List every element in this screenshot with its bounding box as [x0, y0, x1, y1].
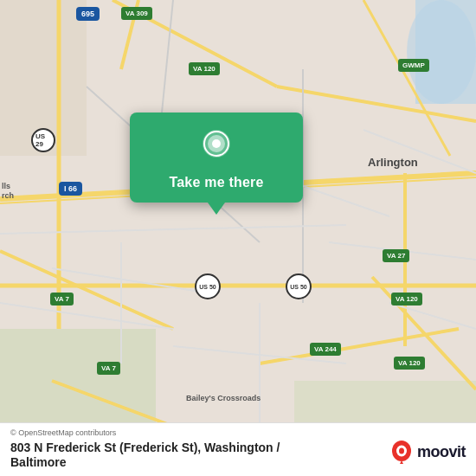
- badge-us50-right: US 50: [286, 273, 312, 299]
- location-pin-icon: [197, 128, 235, 166]
- copyright-text: © OpenStreetMap contributors: [10, 428, 466, 437]
- label-arlington: Arlington: [368, 156, 418, 169]
- svg-line-21: [0, 225, 346, 234]
- svg-line-30: [389, 303, 476, 329]
- badge-i66: I 66: [59, 182, 82, 196]
- badge-va244: VA 244: [310, 343, 341, 356]
- badge-va27: VA 27: [383, 249, 409, 262]
- badge-va120-top: VA 120: [189, 62, 220, 75]
- moovit-brand-text: moovit: [417, 443, 466, 461]
- badge-va7-left: VA 7: [50, 293, 74, 306]
- svg-point-37: [399, 448, 404, 454]
- moovit-icon: [389, 440, 414, 464]
- svg-line-15: [372, 277, 476, 389]
- badge-us29: US 29: [31, 128, 55, 152]
- badge-va120-bot: VA 120: [394, 357, 425, 370]
- label-baileys: Bailey's Crossroads: [186, 394, 261, 402]
- address-line1: 803 N Frederick St (Frederick St), Washi…: [10, 440, 280, 455]
- address-line2: Baltimore: [10, 455, 280, 469]
- badge-gwmp: GWMP: [398, 59, 429, 72]
- svg-point-1: [407, 0, 476, 104]
- badge-va7-bot: VA 7: [97, 362, 120, 375]
- label-hills: llsrch: [2, 182, 14, 201]
- take-me-there-button[interactable]: Take me there: [169, 175, 263, 190]
- moovit-logo: moovit: [389, 440, 466, 464]
- badge-i695: 695: [76, 7, 100, 21]
- svg-line-11: [0, 251, 173, 329]
- bottom-bar: © OpenStreetMap contributors 803 N Frede…: [0, 422, 476, 476]
- svg-point-33: [212, 139, 221, 148]
- badge-va309: VA 309: [121, 7, 152, 20]
- map-container: 695 VA 309 VA 120 US 29 I 66 VA 7 US 50 …: [0, 0, 476, 476]
- svg-rect-2: [0, 329, 156, 433]
- popup-card: Take me there: [130, 113, 303, 203]
- badge-us50-left: US 50: [195, 273, 221, 299]
- svg-line-29: [52, 268, 216, 294]
- badge-va120-mid: VA 120: [391, 293, 422, 306]
